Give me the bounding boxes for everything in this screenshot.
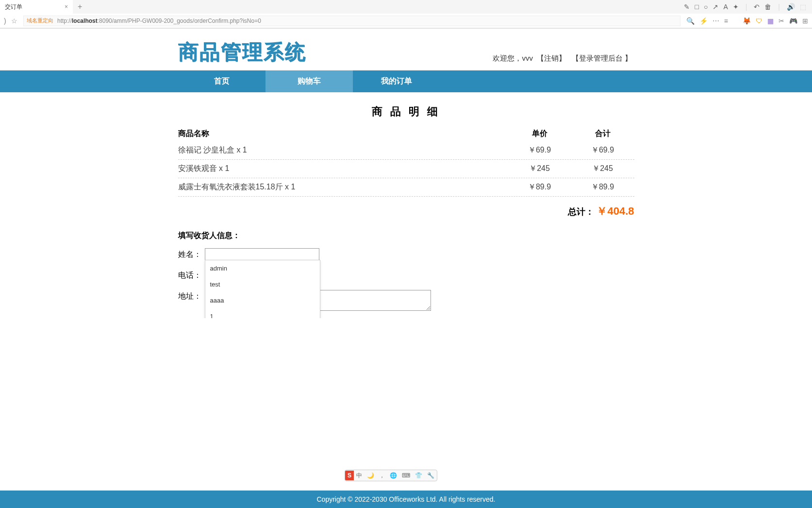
extension-icons: 🔍 ⚡ ⋯ ≡ 🦊 🛡 ▦ ✂ 🎮 ⊞ xyxy=(680,17,808,25)
ext3-icon[interactable]: ▦ xyxy=(767,17,774,25)
autocomplete-item[interactable]: admin xyxy=(205,260,320,276)
cell-price: ￥245 xyxy=(508,164,571,174)
square-icon[interactable]: □ xyxy=(695,3,698,11)
name-label: 姓名： xyxy=(178,248,205,260)
ext2-icon[interactable]: 🛡 xyxy=(756,17,762,25)
cell-total: ￥89.9 xyxy=(571,182,634,192)
browser-tab[interactable]: 交订单 × xyxy=(0,0,73,14)
logout-link[interactable]: 【注销】 xyxy=(537,54,566,62)
total-label: 总计： xyxy=(568,207,594,217)
flash-icon[interactable]: ⚡ xyxy=(699,17,708,25)
nav-icons: ) ☆ xyxy=(4,17,23,25)
page-header: 商品管理系统 欢迎您，vvv 【注销】 【登录管理后台 】 xyxy=(178,29,634,70)
recipient-form: 填写收货人信息： 姓名： 电话： 地址： admin test aaaa 1 1… xyxy=(178,231,634,311)
cell-name: 安溪铁观音 x 1 xyxy=(178,164,508,174)
ext1-icon[interactable]: 🦊 xyxy=(743,17,751,25)
undo-icon[interactable]: ↶ xyxy=(754,3,760,11)
delete-icon[interactable]: 🗑 xyxy=(764,3,771,11)
circle-icon[interactable]: ○ xyxy=(704,3,708,11)
header-total: 合计 xyxy=(571,129,634,139)
redirect-badge: 域名重定向 xyxy=(27,17,53,24)
autocomplete-item[interactable]: aaaa xyxy=(205,292,320,308)
cell-total: ￥245 xyxy=(571,164,634,174)
refresh-icon[interactable]: ) xyxy=(4,17,6,25)
table-row: 安溪铁观音 x 1 ￥245 ￥245 xyxy=(178,160,634,178)
table-row: 威露士有氧洗衣液套装15.18斤 x 1 ￥89.9 ￥89.9 xyxy=(178,178,634,197)
table-row: 徐福记 沙皇礼盒 x 1 ￥69.9 ￥69.9 xyxy=(178,141,634,160)
tab-title: 交订单 xyxy=(5,3,22,11)
phone-label: 电话： xyxy=(178,269,205,281)
nav-home[interactable]: 首页 xyxy=(178,70,265,92)
autocomplete-item[interactable]: 1 xyxy=(205,308,320,318)
welcome-text: 欢迎您，vvv xyxy=(493,54,533,62)
edit-icon[interactable]: ✎ xyxy=(684,3,690,11)
cell-price: ￥69.9 xyxy=(508,145,571,155)
total-row: 总计： ￥404.8 xyxy=(178,204,634,219)
total-amount: ￥404.8 xyxy=(597,205,634,217)
star-icon[interactable]: ☆ xyxy=(11,17,17,25)
page-container: 商品管理系统 欢迎您，vvv 【注销】 【登录管理后台 】 xyxy=(178,29,634,70)
header-name: 商品名称 xyxy=(178,129,508,139)
nav-orders[interactable]: 我的订单 xyxy=(353,70,440,92)
table-header: 商品名称 单价 合计 xyxy=(178,126,634,141)
arrow-icon[interactable]: ↗ xyxy=(713,3,718,11)
address-label: 地址： xyxy=(178,290,205,302)
autocomplete-dropdown: admin test aaaa 1 11 aaa xyxy=(205,260,320,318)
browser-chrome: 交订单 × + ✎ □ ○ ↗ A ✦ | ↶ 🗑 | 🔊 ⬚ ) ☆ 域名重定… xyxy=(0,0,812,29)
form-title: 填写收货人信息： xyxy=(178,231,634,241)
menu-icon[interactable]: ≡ xyxy=(724,17,728,25)
nav-cart[interactable]: 购物车 xyxy=(265,70,353,92)
cell-price: ￥89.9 xyxy=(508,182,571,192)
admin-link[interactable]: 【登录管理后台 】 xyxy=(572,54,632,62)
user-info: 欢迎您，vvv 【注销】 【登录管理后台 】 xyxy=(493,54,634,66)
tab-bar: 交订单 × + ✎ □ ○ ↗ A ✦ | ↶ 🗑 | 🔊 ⬚ xyxy=(0,0,812,14)
cell-name: 威露士有氧洗衣液套装15.18斤 x 1 xyxy=(178,182,508,192)
url-text: http://localhost:8090/amm/PHP-GW009-200_… xyxy=(57,17,261,24)
more-icon[interactable]: ⋯ xyxy=(713,17,719,25)
zoom-icon[interactable]: 🔍 xyxy=(686,17,695,25)
close-tab-icon[interactable]: × xyxy=(60,3,68,10)
chrome-toolbar-right: ✎ □ ○ ↗ A ✦ | ↶ 🗑 | 🔊 ⬚ xyxy=(684,3,812,11)
autocomplete-item[interactable]: test xyxy=(205,276,320,292)
ext4-icon[interactable]: ✂ xyxy=(779,17,784,25)
address-bar[interactable]: 域名重定向 http://localhost:8090/amm/PHP-GW00… xyxy=(23,16,680,26)
wand-icon[interactable]: ✦ xyxy=(733,3,739,11)
ext5-icon[interactable]: 🎮 xyxy=(789,17,797,25)
ext6-icon[interactable]: ⊞ xyxy=(802,17,808,25)
logo: 商品管理系统 xyxy=(178,38,306,66)
sound-icon[interactable]: 🔊 xyxy=(787,3,795,11)
order-table: 商品名称 单价 合计 徐福记 沙皇礼盒 x 1 ￥69.9 ￥69.9 安溪铁观… xyxy=(178,126,634,219)
nav-bar: 首页 购物车 我的订单 xyxy=(0,70,812,92)
section-title: 商 品 明 细 xyxy=(178,104,634,119)
cursor-icon[interactable]: ⬚ xyxy=(800,3,806,11)
text-icon[interactable]: A xyxy=(723,3,728,11)
cell-name: 徐福记 沙皇礼盒 x 1 xyxy=(178,145,508,155)
cell-total: ￥69.9 xyxy=(571,145,634,155)
address-bar-row: ) ☆ 域名重定向 http://localhost:8090/amm/PHP-… xyxy=(0,14,812,28)
new-tab-button[interactable]: + xyxy=(73,2,87,11)
header-price: 单价 xyxy=(508,129,571,139)
